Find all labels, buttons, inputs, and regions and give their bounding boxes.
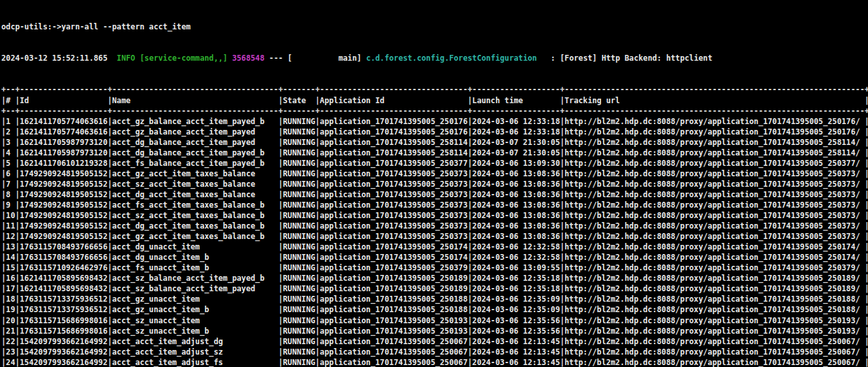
table-row: |8 |1749290924819505152|acct_dg_acct_ite… [1,189,868,200]
command-text: odcp-utils:->yarn-all --pattern acct_ite… [1,22,191,31]
table-row: |15|1763115710926462976|acct_fs_unacct_i… [1,263,868,273]
table-row: |13|1763115708493766656|acct_dg_unacct_i… [1,242,868,252]
table-row: |2 |1621411705774063616|acct_gz_balance_… [1,127,868,137]
terminal-screen: odcp-utils:->yarn-all --pattern acct_ite… [0,0,868,367]
table-row: |19|1763115713375936512|acct_gz_unacct_i… [1,304,868,315]
table-row: |3 |1621411705987973120|acct_dg_balance_… [1,137,868,148]
table-row: |9 |1749290924819505152|acct_fs_acct_ite… [1,200,868,210]
table-header-row: |# |Id |Name |State |Application Id |Lau… [1,95,868,106]
table-row: |18|1763115713375936512|acct_gz_unacct_i… [1,294,868,304]
log-timestamp: 2024-03-12 15:52:11.865 [1,54,117,63]
table-row: |7 |1749290924819505152|acct_sz_acct_ite… [1,179,868,189]
log-pid: 3568548 [232,54,265,63]
table-border: +--+-------------------+----------------… [1,106,868,116]
table-row: |12|1749290924819505152|acct_gz_acct_ite… [1,231,868,242]
log-logger-class: c.d.forest.config.ForestConfiguration [366,54,537,63]
table-row: |22|1542097993662164992|acct_acct_item_a… [1,336,868,347]
table-row: |6 |1749290924819505152|acct_gz_acct_ite… [1,168,868,179]
table-border: +--+-------------------+----------------… [1,84,868,95]
table-row: |14|1763115708493766656|acct_dg_unacct_i… [1,252,868,263]
command-line: odcp-utils:->yarn-all --pattern acct_ite… [1,22,868,32]
table-row: |16|1621411705895698432|acct_sz_balance_… [1,273,868,283]
log-line: 2024-03-12 15:52:11.865 INFO [service-co… [1,53,868,63]
table-row: |21|1763115715686998016|acct_sz_unacct_i… [1,326,868,336]
table-row: |17|1621411705895698432|acct_sz_balance_… [1,283,868,294]
table-row: |10|1749290924819505152|acct_sz_acct_ite… [1,210,868,221]
yarn-application-table: +--+-------------------+----------------… [1,84,868,367]
log-level-service: INFO [service-command,,] [117,54,232,63]
table-row: |24|1542097993662164992|acct_acct_item_a… [1,357,868,367]
table-row: |1 |1621411705774063616|acct_gz_balance_… [1,116,868,127]
table-row: |4 |1621411705987973120|acct_dg_balance_… [1,148,868,158]
log-message: : [Forest] Http Backend: httpclient [537,54,713,63]
table-row: |20|1763115715686998016|acct_sz_unacct_i… [1,315,868,326]
log-thread: --- [ main] [264,54,366,63]
table-row: |5 |1621411706101219328|acct_fs_balance_… [1,158,868,168]
table-row: |11|1749290924819505152|acct_dg_acct_ite… [1,221,868,231]
table-row: |23|1542097993662164992|acct_acct_item_a… [1,347,868,357]
